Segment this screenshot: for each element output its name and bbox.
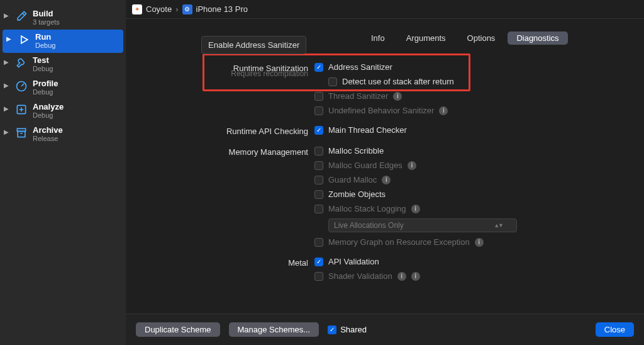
opt-label: Malloc Stack Logging [328,204,406,213]
sidebar-item-title: Archive [33,125,63,135]
info-icon[interactable]: i [411,272,420,281]
analyze-icon [14,102,29,117]
opt-main-thread-checker[interactable]: ✓ Main Thread Checker [314,125,407,135]
opt-malloc-stack-logging[interactable]: Malloc Stack Logging i [314,204,517,213]
chevron-right-icon: ▶ [6,32,13,42]
section-metal-label: Metal [189,257,308,268]
sidebar-item-profile[interactable]: ▶ Profile Debug [0,76,126,99]
sidebar-item-title: Run [35,32,55,42]
opt-label: Memory Graph on Resource Exception [328,237,470,247]
close-button[interactable]: Close [596,322,634,337]
duplicate-scheme-button[interactable]: Duplicate Scheme [136,322,220,337]
sidebar-item-subtitle: Debug [33,88,58,96]
checkbox-icon [328,77,337,86]
main-panel: ✦ Coyote › ⚙ iPhone 13 Pro Enable Addres… [126,0,644,345]
chevron-right-icon: ▶ [4,55,10,65]
sidebar-item-title: Analyze [33,102,64,111]
wrench-icon [14,55,29,71]
sidebar-item-title: Profile [33,79,58,88]
info-icon[interactable]: i [439,106,448,115]
shared-label: Shared [340,325,367,334]
tab-options[interactable]: Options [458,31,504,45]
chevron-right-icon: ▶ [4,79,10,89]
opt-guard-malloc[interactable]: Guard Malloc i [314,175,517,184]
checkbox-icon [314,190,323,199]
info-icon[interactable]: i [408,161,416,170]
opt-ub-sanitizer[interactable]: Undefined Behavior Sanitizer i [314,106,454,115]
device-icon: ⚙ [182,4,192,14]
opt-label: Guard Malloc [328,175,377,184]
checkbox-icon [314,161,323,170]
opt-label: Zombie Objects [328,189,386,199]
updown-icon: ▲▼ [494,222,502,229]
opt-malloc-guard-edges[interactable]: Malloc Guard Edges i [314,161,517,170]
sidebar-item-subtitle: Release [33,135,63,142]
opt-address-sanitizer[interactable]: ✓ Address Sanitizer [314,62,454,72]
opt-label: Undefined Behavior Sanitizer [328,106,434,115]
sidebar-item-subtitle: 3 targets [33,18,60,26]
chevron-right-icon: ▶ [4,9,10,19]
chevron-right-icon: ▶ [4,125,10,135]
context-tooltip: Enable Address Sanitizer [201,36,306,54]
hammer-icon [14,9,29,24]
breadcrumb-device[interactable]: iPhone 13 Pro [196,4,248,14]
sidebar-item-analyze[interactable]: ▶ Analyze Debug [0,99,126,123]
manage-schemes-button[interactable]: Manage Schemes... [229,322,319,337]
info-icon[interactable]: i [397,272,406,281]
opt-malloc-scribble[interactable]: Malloc Scribble [314,146,517,156]
section-runtime-sanitization-sublabel: Requires recompilation [189,69,308,78]
opt-label: Detect use of stack after return [342,77,454,86]
sidebar-item-test[interactable]: ▶ Test Debug [0,53,126,76]
checkbox-icon: ✓ [314,257,323,266]
info-icon[interactable]: i [475,238,484,247]
tabs: Info Arguments Options Diagnostics [362,31,568,45]
opt-label: Main Thread Checker [328,125,407,135]
opt-thread-sanitizer[interactable]: Thread Sanitizer i [314,91,454,101]
opt-detect-stack-after-return[interactable]: Detect use of stack after return [328,77,454,86]
sidebar-item-title: Test [33,55,53,65]
play-icon [16,32,31,47]
opt-label: Shader Validation [328,271,392,281]
section-runtime-api-label: Runtime API Checking [189,125,308,136]
opt-memory-graph-exception[interactable]: Memory Graph on Resource Exception i [314,237,517,247]
opt-label: Address Sanitizer [328,62,392,72]
sidebar-item-subtitle: Debug [33,111,64,119]
sidebar-item-title: Build [33,9,60,18]
svg-rect-4 [18,132,25,137]
opt-api-validation[interactable]: ✓ API Validation [314,257,420,266]
gauge-icon [14,79,29,94]
checkbox-icon [314,238,323,247]
breadcrumb-project[interactable]: Coyote [146,4,172,14]
app-icon: ✦ [132,4,142,14]
sidebar-item-build[interactable]: ▶ Build 3 targets [0,6,126,30]
select-live-allocations[interactable]: Live Allocations Only ▲▼ [328,218,517,232]
chevron-right-icon: ▶ [4,102,10,112]
checkbox-icon: ✓ [314,126,323,135]
checkbox-icon [314,176,323,184]
info-icon[interactable]: i [382,176,391,184]
tab-info[interactable]: Info [362,31,394,45]
checkbox-icon: ✓ [314,63,323,72]
archive-icon [14,125,29,140]
chevron-right-icon: › [175,4,178,14]
opt-shader-validation[interactable]: Shader Validation i i [314,271,420,281]
checkbox-icon [314,272,323,281]
sidebar-item-subtitle: Debug [33,65,53,72]
checkbox-icon [314,147,323,156]
checkbox-icon [314,106,323,115]
sidebar-item-archive[interactable]: ▶ Archive Release [0,123,126,146]
opt-zombie-objects[interactable]: Zombie Objects [314,189,517,199]
opt-label: Malloc Guard Edges [328,161,402,170]
sidebar-item-run[interactable]: ▶ Run Debug [3,30,123,53]
svg-marker-0 [21,36,28,43]
info-icon[interactable]: i [411,205,420,213]
breadcrumb: ✦ Coyote › ⚙ iPhone 13 Pro [126,0,644,19]
tab-diagnostics[interactable]: Diagnostics [508,31,567,45]
sidebar-item-subtitle: Debug [35,42,55,49]
opt-label: Thread Sanitizer [328,91,388,101]
shared-checkbox[interactable]: ✓ Shared [328,325,367,334]
footer: Duplicate Scheme Manage Schemes... ✓ Sha… [126,314,644,345]
info-icon[interactable]: i [393,92,402,101]
checkbox-icon [314,92,323,101]
tab-arguments[interactable]: Arguments [397,31,455,45]
